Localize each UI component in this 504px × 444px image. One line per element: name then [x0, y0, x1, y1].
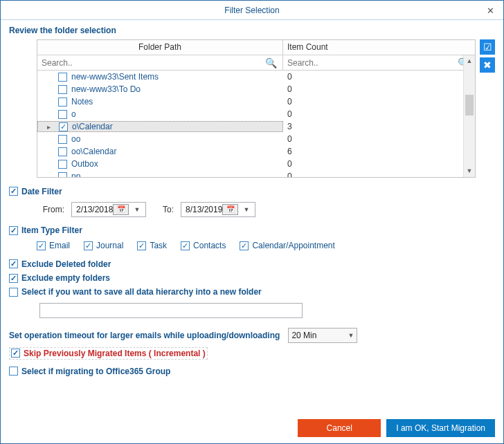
exclude-deleted-checkbox[interactable]: Exclude Deleted folder [9, 259, 111, 269]
item-count-value: 0 [283, 159, 475, 169]
folder-path-label: oo [71, 134, 80, 144]
item-count-value: 0 [283, 134, 475, 144]
table-row[interactable]: ▸o\Calendar3 [37, 120, 475, 133]
row-checkbox[interactable] [58, 73, 67, 82]
item-count-value: 0 [283, 84, 475, 94]
row-checkbox[interactable] [59, 122, 68, 131]
search-icon[interactable]: 🔍 [262, 57, 280, 68]
from-date-field[interactable]: 2/13/2018 📅 ▼ [71, 202, 146, 217]
calendar-icon[interactable]: 📅 [222, 204, 237, 215]
item-count-value: 0 [283, 72, 475, 82]
window-title: Filter Selection [224, 6, 279, 15]
task-checkbox[interactable]: Task [137, 241, 167, 250]
folder-path-label: oo\Calendar [71, 147, 116, 156]
start-migration-button[interactable]: I am OK, Start Migration [386, 419, 495, 437]
skip-migrated-checkbox[interactable]: Skip Previously Migrated Items ( Increme… [9, 347, 208, 360]
date-filter-checkbox[interactable]: Date Filter [9, 187, 62, 196]
folder-path-label: Outbox [71, 159, 98, 169]
table-row[interactable]: oo\Calendar6 [37, 145, 475, 158]
timeout-select[interactable]: 20 Min ▼ [288, 328, 357, 343]
contacts-checkbox[interactable]: Contacts [181, 241, 226, 250]
close-icon[interactable]: ✕ [481, 3, 499, 17]
folder-path-label: pp [71, 172, 80, 177]
chevron-down-icon[interactable]: ▼ [130, 206, 144, 213]
calendar-icon[interactable]: 📅 [113, 204, 128, 215]
email-checkbox[interactable]: Email [37, 241, 70, 250]
folder-path-label: o\Calendar [72, 122, 113, 131]
expand-arrow-icon[interactable]: ▸ [44, 123, 53, 131]
table-row[interactable]: pp0 [37, 170, 475, 177]
dialog-footer: Cancel I am OK, Start Migration [1, 413, 503, 443]
item-count-value: 3 [283, 122, 475, 131]
folder-path-label: new-www33\Sent Items [71, 72, 159, 82]
row-checkbox[interactable] [58, 135, 67, 144]
row-checkbox[interactable] [58, 172, 67, 178]
search-count-input[interactable] [286, 57, 455, 68]
col-item-count[interactable]: Item Count [283, 40, 475, 55]
clear-all-button[interactable]: ✖ [480, 57, 495, 73]
item-count-value: 6 [283, 147, 475, 156]
titlebar: Filter Selection ✕ [1, 1, 503, 20]
scroll-down-icon[interactable]: ▼ [464, 165, 475, 177]
folder-path-label: o [71, 109, 76, 119]
search-path-wrap: 🔍 [37, 55, 283, 70]
table-row[interactable]: new-www33\To Do0 [37, 83, 475, 95]
chevron-down-icon[interactable]: ▼ [240, 206, 253, 213]
row-checkbox[interactable] [58, 98, 67, 107]
table-row[interactable]: new-www33\Sent Items0 [37, 71, 475, 83]
calendar-checkbox[interactable]: Calendar/Appointment [240, 241, 334, 250]
item-type-filter-checkbox[interactable]: Item Type Filter [9, 225, 82, 235]
save-hierarchy-checkbox[interactable]: Select if you want to save all data hier… [9, 287, 262, 297]
table-row[interactable]: Outbox0 [37, 158, 475, 170]
folder-grid: Folder Path Item Count 🔍 🔍 new-www33\Sen… [37, 39, 476, 178]
o365-group-checkbox[interactable]: Select if migrating to Office365 Group [9, 367, 170, 376]
select-all-button[interactable]: ☑ [480, 39, 495, 55]
search-count-wrap: 🔍 [283, 55, 475, 70]
to-label: To: [153, 205, 174, 214]
table-row[interactable]: oo0 [37, 133, 475, 145]
grid-body: new-www33\Sent Items0new-www33\To Do0Not… [37, 71, 475, 177]
from-label: From: [37, 205, 64, 214]
to-date-field[interactable]: 8/13/2019 📅 ▼ [181, 202, 255, 217]
row-checkbox[interactable] [58, 147, 67, 156]
table-row[interactable]: Notes0 [37, 95, 475, 108]
journal-checkbox[interactable]: Journal [84, 241, 123, 250]
review-heading: Review the folder selection [9, 26, 495, 35]
exclude-empty-checkbox[interactable]: Exclude empty folders [9, 273, 110, 283]
grid-header: Folder Path Item Count [37, 40, 475, 55]
timeout-label: Set operation timeout for larger emails … [9, 331, 280, 340]
table-row[interactable]: o0 [37, 108, 475, 120]
hierarchy-folder-input[interactable] [39, 303, 303, 318]
item-count-value: 0 [283, 97, 475, 107]
grid-scrollbar[interactable]: ▲ ▼ [463, 55, 475, 177]
row-checkbox[interactable] [58, 110, 67, 119]
search-path-input[interactable] [40, 57, 262, 68]
chevron-down-icon[interactable]: ▼ [348, 332, 354, 339]
folder-path-label: Notes [71, 97, 93, 107]
item-count-value: 0 [283, 109, 475, 119]
col-folder-path[interactable]: Folder Path [37, 40, 283, 55]
row-checkbox[interactable] [58, 160, 67, 169]
cancel-button[interactable]: Cancel [298, 419, 381, 437]
filter-selection-dialog: Filter Selection ✕ Review the folder sel… [0, 0, 504, 444]
item-count-value: 0 [283, 172, 475, 177]
row-checkbox[interactable] [58, 85, 67, 94]
scroll-up-icon[interactable]: ▲ [464, 55, 475, 67]
folder-path-label: new-www33\To Do [71, 84, 141, 94]
